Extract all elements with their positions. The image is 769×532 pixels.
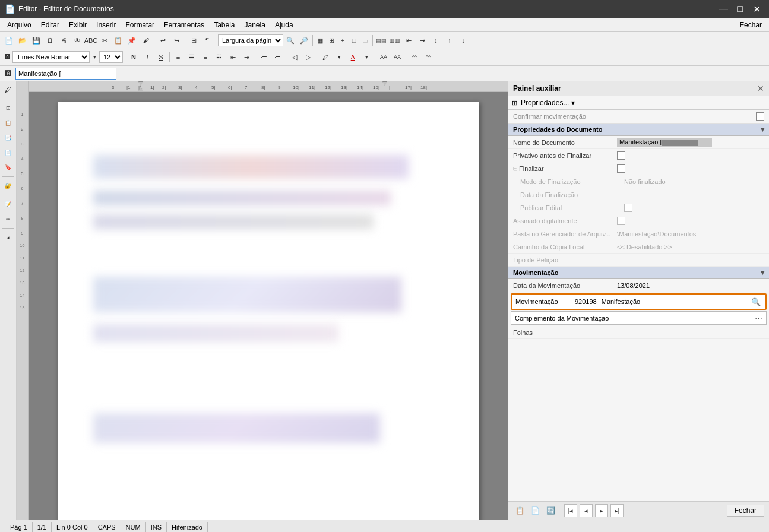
styles-dropdown-btn[interactable]: 🅰: [2, 50, 12, 64]
align-justify-button[interactable]: ☷: [213, 50, 226, 64]
movimentacao-section-header[interactable]: Movimentação ▾: [508, 267, 769, 279]
menu-fechar[interactable]: Fechar: [740, 21, 767, 29]
decrease-indent-button[interactable]: ◁: [288, 50, 301, 64]
cut-button[interactable]: ✂: [98, 34, 111, 47]
format-paint-button[interactable]: 🖌: [139, 34, 152, 47]
document-area[interactable]: 3| |1| |1| 1| 2| 3| 4| 5| 6| 7| 8| 9| 10…: [29, 81, 508, 520]
tb-extra-8[interactable]: ⇤: [402, 34, 415, 47]
pilcrow-button[interactable]: ¶: [201, 34, 214, 47]
footer-nav-first-button[interactable]: |◂: [564, 504, 577, 517]
menu-editar[interactable]: Editar: [36, 20, 64, 30]
doc-props-section-header[interactable]: Propriedades do Documento ▾: [508, 124, 769, 136]
sidebar-btn-1[interactable]: 🖊: [1, 83, 15, 97]
complemento-input[interactable]: [610, 315, 755, 322]
footer-nav-prev-button[interactable]: ◂: [580, 504, 593, 517]
menu-tabela[interactable]: Tabela: [209, 20, 239, 30]
italic-button[interactable]: I: [141, 50, 154, 64]
char-format-2[interactable]: AA: [391, 50, 404, 64]
movimentacao-row[interactable]: Movimentação 920198 Manifestação 🔍: [511, 293, 767, 310]
font-color-dropdown[interactable]: ▾: [360, 50, 373, 64]
complemento-row[interactable]: Complemento da Movimentação ⋯: [511, 311, 767, 325]
footer-nav-next-button[interactable]: ▸: [595, 504, 608, 517]
movimentacao-search-button[interactable]: 🔍: [750, 296, 762, 307]
finalizar-checkbox[interactable]: [617, 164, 625, 173]
print-preview-button[interactable]: 👁: [71, 34, 84, 47]
char-format-4[interactable]: ᴬᴬ: [422, 50, 435, 64]
menu-ajuda[interactable]: Ajuda: [270, 20, 298, 30]
zoom-in-button[interactable]: 🔍: [284, 34, 297, 47]
document-name-input[interactable]: Manifestação [: [15, 68, 116, 80]
paste-button[interactable]: 📌: [125, 34, 138, 47]
tb-extra-11[interactable]: ↑: [443, 34, 456, 47]
tb-extra-10[interactable]: ↕: [429, 34, 442, 47]
tb-extra-1[interactable]: ▦: [315, 34, 325, 47]
tb-extra-9[interactable]: ⇥: [416, 34, 429, 47]
minimize-button[interactable]: —: [716, 1, 731, 17]
sidebar-btn-7[interactable]: 🔐: [1, 179, 15, 193]
complemento-more-button[interactable]: ⋯: [755, 314, 762, 322]
table-button[interactable]: ⊞: [187, 34, 200, 47]
sidebar-btn-9[interactable]: ✏: [1, 212, 15, 226]
footer-close-button[interactable]: Fechar: [727, 505, 764, 517]
font-color-button[interactable]: A: [346, 50, 359, 64]
bullets-button[interactable]: ≔: [257, 50, 270, 64]
sidebar-btn-3[interactable]: 📋: [1, 116, 15, 130]
assinado-checkbox[interactable]: [617, 217, 625, 225]
publicar-edital-checkbox[interactable]: [624, 204, 632, 212]
tb-extra-12[interactable]: ↓: [457, 34, 470, 47]
font-family-select[interactable]: Times New Romar: [12, 51, 90, 63]
highlight-dropdown[interactable]: ▾: [333, 50, 346, 64]
open-button[interactable]: 📂: [16, 34, 29, 47]
undo-button[interactable]: ↩: [156, 34, 169, 47]
print-button[interactable]: 🖨: [57, 34, 70, 47]
save-button[interactable]: 💾: [30, 34, 43, 47]
align-left-button[interactable]: ≡: [172, 50, 185, 64]
tb-extra-7[interactable]: ▥▥: [388, 34, 401, 47]
font-dropdown-btn[interactable]: ▾: [90, 50, 99, 64]
numbering-button[interactable]: ≔: [271, 50, 284, 64]
page-width-select[interactable]: Largura da págin: [218, 34, 283, 46]
sidebar-btn-10[interactable]: ◂: [1, 230, 15, 245]
tb-extra-3[interactable]: +: [337, 34, 348, 47]
indent-right-button[interactable]: ⇥: [240, 50, 253, 64]
maximize-button[interactable]: □: [732, 1, 748, 17]
sidebar-btn-8[interactable]: 📝: [1, 197, 15, 211]
indent-left-button[interactable]: ⇤: [226, 50, 239, 64]
document-page[interactable]: [58, 102, 479, 520]
panel-close-button[interactable]: ✕: [757, 84, 764, 93]
footer-icon-btn-3[interactable]: 🔄: [544, 504, 557, 517]
align-center-button[interactable]: ☰: [185, 50, 198, 64]
tb-extra-5[interactable]: ▭: [360, 34, 371, 47]
redo-button[interactable]: ↪: [170, 34, 183, 47]
increase-indent-button[interactable]: ▷: [302, 50, 315, 64]
new-doc-button[interactable]: 📄: [2, 34, 15, 47]
align-right-button[interactable]: ≡: [199, 50, 212, 64]
underline-button[interactable]: S: [154, 50, 167, 64]
sidebar-btn-5[interactable]: 📄: [1, 145, 15, 160]
sidebar-btn-6[interactable]: 🔖: [1, 160, 15, 175]
nav-styles-btn[interactable]: 🅰: [2, 67, 14, 80]
footer-icon-btn-2[interactable]: 📄: [529, 504, 542, 517]
menu-inserir[interactable]: Inserir: [91, 20, 121, 30]
properties-dropdown-button[interactable]: Propriedades... ▾: [521, 99, 575, 107]
spellcheck-button[interactable]: ABC: [84, 34, 97, 47]
char-format-1[interactable]: AA: [377, 50, 390, 64]
copy-button[interactable]: 📋: [112, 34, 125, 47]
tb-extra-2[interactable]: ⊞: [326, 34, 337, 47]
sidebar-btn-page[interactable]: ⊡: [1, 101, 15, 115]
menu-exibir[interactable]: Exibir: [64, 20, 91, 30]
menu-arquivo[interactable]: Arquivo: [2, 20, 36, 30]
footer-icon-btn-1[interactable]: 📋: [513, 504, 526, 517]
privativo-checkbox[interactable]: [617, 151, 625, 160]
menu-ferramentas[interactable]: Ferramentas: [159, 20, 209, 30]
font-size-select[interactable]: 12: [99, 51, 123, 63]
highlight-button[interactable]: 🖊: [319, 50, 332, 64]
menu-janela[interactable]: Janela: [240, 20, 270, 30]
char-format-3[interactable]: ᴬᴬ: [408, 50, 421, 64]
footer-nav-last-button[interactable]: ▸|: [610, 504, 624, 517]
close-window-button[interactable]: ✕: [749, 1, 764, 17]
zoom-out-button[interactable]: 🔎: [298, 34, 311, 47]
sidebar-btn-4[interactable]: 📑: [1, 131, 15, 145]
confirm-movimentacao-checkbox[interactable]: [756, 112, 764, 121]
save-as-button[interactable]: 🗒: [43, 34, 56, 47]
